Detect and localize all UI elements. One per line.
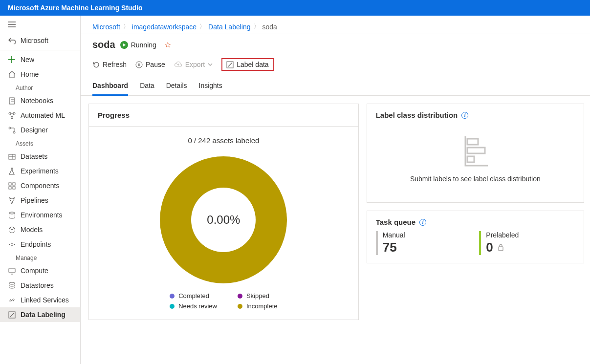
- menu-icon: [8, 21, 16, 27]
- back-arrow-icon: [8, 37, 16, 44]
- sidebar-notebooks[interactable]: Notebooks: [0, 93, 80, 108]
- chevron-right-icon: 〉: [123, 22, 129, 31]
- svg-point-17: [9, 282, 15, 284]
- sidebar-designer[interactable]: Designer: [0, 123, 80, 137]
- progress-card: Progress 0 / 242 assets labeled 0.00% Co…: [88, 104, 359, 320]
- page-title: soda: [92, 39, 115, 50]
- sidebar: Microsoft New Home Author Notebooks Auto…: [0, 16, 81, 364]
- task-queue-card: Task queue i Manual 75 Prelabeled: [367, 211, 584, 263]
- automl-icon: [8, 111, 16, 119]
- label-data-button[interactable]: Label data: [226, 61, 268, 68]
- breadcrumb-data-labeling[interactable]: Data Labeling: [208, 23, 250, 31]
- label-data-label: Label data: [237, 61, 268, 68]
- pause-icon: [135, 61, 143, 68]
- sidebar-home[interactable]: Home: [0, 67, 80, 82]
- tab-insights[interactable]: Insights: [199, 77, 222, 95]
- pause-button[interactable]: Pause: [135, 61, 165, 68]
- svg-rect-16: [9, 268, 15, 273]
- export-label: Export: [185, 61, 205, 68]
- export-button[interactable]: Export: [174, 61, 213, 68]
- sidebar-datasets-label: Datasets: [21, 152, 47, 160]
- refresh-button[interactable]: Refresh: [92, 61, 127, 68]
- sidebar-endpoints[interactable]: Endpoints: [0, 237, 80, 252]
- status-badge: Running: [120, 41, 156, 49]
- svg-rect-9: [9, 187, 11, 189]
- top-bar: Microsoft Azure Machine Learning Studio: [0, 0, 590, 16]
- sidebar-models-label: Models: [21, 226, 43, 234]
- designer-icon: [8, 126, 16, 134]
- toolbar: Refresh Pause Export Label data: [81, 52, 590, 77]
- sidebar-notebooks-label: Notebooks: [21, 97, 53, 105]
- sidebar-new-label: New: [21, 56, 34, 64]
- refresh-label: Refresh: [103, 61, 127, 68]
- distribution-header: Label class distribution: [376, 111, 458, 119]
- datasets-icon: [8, 152, 16, 160]
- sidebar-new[interactable]: New: [0, 52, 80, 67]
- notebook-icon: [8, 97, 16, 105]
- queue-manual: Manual 75: [376, 231, 472, 255]
- tab-data[interactable]: Data: [140, 77, 154, 95]
- breadcrumb-workspace[interactable]: imagedataworkspace: [132, 23, 197, 31]
- monitor-icon: [8, 267, 16, 275]
- breadcrumb-microsoft[interactable]: Microsoft: [92, 23, 120, 31]
- tabs: Dashboard Data Details Insights: [81, 77, 590, 96]
- sidebar-experiments[interactable]: Experiments: [0, 164, 80, 178]
- sidebar-automated-ml-label: Automated ML: [21, 111, 65, 119]
- legend-needs-review: Needs review: [170, 302, 217, 310]
- tab-dashboard[interactable]: Dashboard: [92, 77, 128, 95]
- sidebar-pipelines[interactable]: Pipelines: [0, 193, 80, 208]
- svg-point-13: [11, 202, 12, 203]
- sidebar-section-author: Author: [0, 82, 80, 93]
- svg-rect-22: [467, 148, 485, 153]
- sidebar-pipelines-label: Pipelines: [21, 196, 48, 204]
- content: Progress 0 / 242 assets labeled 0.00% Co…: [81, 96, 590, 328]
- info-icon[interactable]: i: [461, 112, 468, 119]
- sidebar-linked-services[interactable]: Linked Services: [0, 293, 80, 307]
- chevron-right-icon: 〉: [199, 22, 205, 31]
- svg-point-5: [13, 131, 15, 133]
- sidebar-datasets[interactable]: Datasets: [0, 149, 80, 164]
- sidebar-automated-ml[interactable]: Automated ML: [0, 108, 80, 123]
- home-icon: [8, 70, 16, 78]
- queue-header: Task queue: [376, 218, 415, 226]
- cloud-upload-icon: [174, 62, 182, 68]
- environments-icon: [8, 211, 16, 219]
- sidebar-datastores[interactable]: Datastores: [0, 278, 80, 293]
- queue-manual-label: Manual: [383, 231, 472, 239]
- hamburger-button[interactable]: [0, 16, 80, 33]
- svg-point-11: [9, 197, 10, 199]
- sidebar-datastores-label: Datastores: [21, 281, 54, 289]
- progress-percent: 0.00%: [207, 213, 240, 227]
- edit-icon: [226, 61, 234, 68]
- svg-rect-10: [13, 187, 15, 189]
- cube-icon: [8, 226, 16, 234]
- queue-manual-value: 75: [383, 240, 472, 255]
- svg-point-12: [13, 197, 15, 199]
- queue-prelabeled-value: 0: [486, 240, 493, 255]
- progress-summary: 0 / 242 assets labeled: [99, 136, 349, 145]
- sidebar-environments[interactable]: Environments: [0, 208, 80, 222]
- favorite-button[interactable]: ☆: [164, 40, 171, 49]
- sidebar-components[interactable]: Components: [0, 178, 80, 193]
- sidebar-back-microsoft[interactable]: Microsoft: [0, 33, 80, 48]
- endpoints-icon: [8, 240, 16, 248]
- sidebar-compute[interactable]: Compute: [0, 263, 80, 278]
- sidebar-data-labeling[interactable]: Data Labeling: [0, 307, 80, 322]
- legend-completed: Completed: [170, 292, 217, 300]
- svg-point-1: [9, 112, 11, 114]
- info-icon[interactable]: i: [419, 219, 426, 226]
- progress-header: Progress: [89, 104, 358, 127]
- breadcrumb-current: soda: [262, 23, 277, 31]
- link-icon: [8, 296, 16, 304]
- svg-point-2: [13, 112, 15, 114]
- tab-details[interactable]: Details: [166, 77, 187, 95]
- queue-prelabeled-label: Prelabeled: [486, 231, 519, 239]
- sidebar-back-label: Microsoft: [21, 37, 48, 44]
- app-title: Microsoft Azure Machine Learning Studio: [8, 4, 143, 12]
- components-icon: [8, 182, 16, 190]
- svg-point-19: [136, 62, 142, 68]
- svg-point-3: [11, 117, 13, 119]
- sidebar-section-manage: Manage: [0, 252, 80, 263]
- svg-point-4: [9, 127, 11, 129]
- sidebar-models[interactable]: Models: [0, 222, 80, 237]
